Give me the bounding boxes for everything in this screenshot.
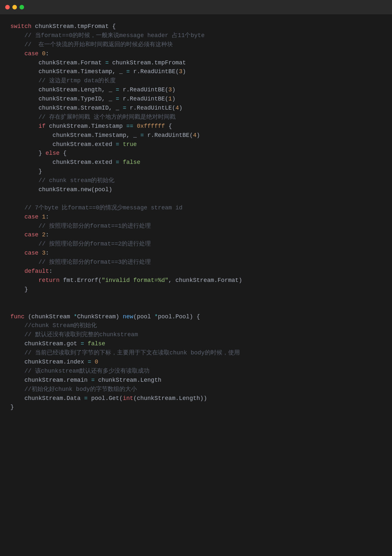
code-line: // 当format==0的时候，一般来说message header 占11个… [10, 31, 382, 40]
code-line: // 在一个块流的开始和时间戳返回的时候必须有这种块 [10, 40, 382, 49]
code-line: // 存在扩展时间戳 这个地方的时间戳是绝对时间戳 [10, 113, 382, 122]
code-line: chunkStream.exted = true [10, 140, 382, 149]
code-line: func (chunkStream *ChunkStream) new(pool… [10, 312, 382, 322]
code-line: return fmt.Errorf("invalid format=%d", c… [10, 276, 382, 285]
code-line: // 按照理论部分的format==3的进行处理 [10, 258, 382, 267]
code-line: // 默认还没有读取到完整的chunkstream [10, 330, 382, 339]
blank-line [10, 303, 382, 312]
code-line: } [10, 167, 382, 176]
code-line: } else { [10, 149, 382, 158]
code-line: chunkStream.remain = chunkStream.Length [10, 376, 382, 385]
close-button[interactable] [5, 5, 10, 9]
code-line: // 7个byte 比format==0的情况少message stream i… [10, 204, 382, 213]
code-line: case 0: [10, 49, 382, 59]
code-line: } [10, 403, 382, 412]
code-line: // 该chunkstream默认还有多少没有读取成功 [10, 367, 382, 376]
code-line: case 1: [10, 213, 382, 222]
code-line: switch chunkStream.tmpFromat { [10, 22, 382, 31]
code-line: // 按照理论部分的format==1的进行处理 [10, 222, 382, 231]
code-editor: switch chunkStream.tmpFromat { // 当forma… [0, 14, 392, 420]
code-line: case 2: [10, 231, 382, 240]
title-bar [0, 0, 392, 14]
code-line: chunkStream.Timestamp, _ = r.ReadUintBE(… [10, 67, 382, 76]
code-line: chunkStream.new(pool) [10, 185, 382, 194]
code-line: chunkStream.TypeID, _ = r.ReadUintBE(1) [10, 95, 382, 104]
blank-line [10, 294, 382, 303]
code-line: // 这边是rtmp data的长度 [10, 76, 382, 86]
code-line: chunkStream.exted = false [10, 158, 382, 167]
code-line: } [10, 285, 382, 294]
blank-line [10, 194, 382, 204]
code-line: // chunk stream的初始化 [10, 176, 382, 185]
code-line: // 按照理论部分的format==2的进行处理 [10, 240, 382, 249]
code-line: chunkStream.Timestamp, _ = r.ReadUintBE(… [10, 131, 382, 140]
code-line: chunkStream.Format = chunkStream.tmpFrom… [10, 59, 382, 68]
code-line: // 当前已经读取到了字节的下标，主要用于下文在读取chunk body的时候，… [10, 349, 382, 358]
code-line: chunkStream.Length, _ = r.ReadUintBE(3) [10, 86, 382, 95]
code-line: //chunk Stream的初始化 [10, 321, 382, 330]
maximize-button[interactable] [20, 5, 24, 9]
code-line: default: [10, 267, 382, 276]
minimize-button[interactable] [12, 5, 17, 9]
code-line: chunkStream.index = 0 [10, 358, 382, 367]
code-line: //初始化好chunk body的字节数组的大小 [10, 385, 382, 394]
code-line: if chunkStream.Timestamp == 0xffffff { [10, 122, 382, 131]
code-line: chunkStream.got = false [10, 339, 382, 349]
code-line: chunkStream.StreamID, _ = r.ReadUintLE(4… [10, 104, 382, 113]
code-line: chunkStream.Data = pool.Get(int(chunkStr… [10, 394, 382, 403]
code-line: case 3: [10, 249, 382, 258]
